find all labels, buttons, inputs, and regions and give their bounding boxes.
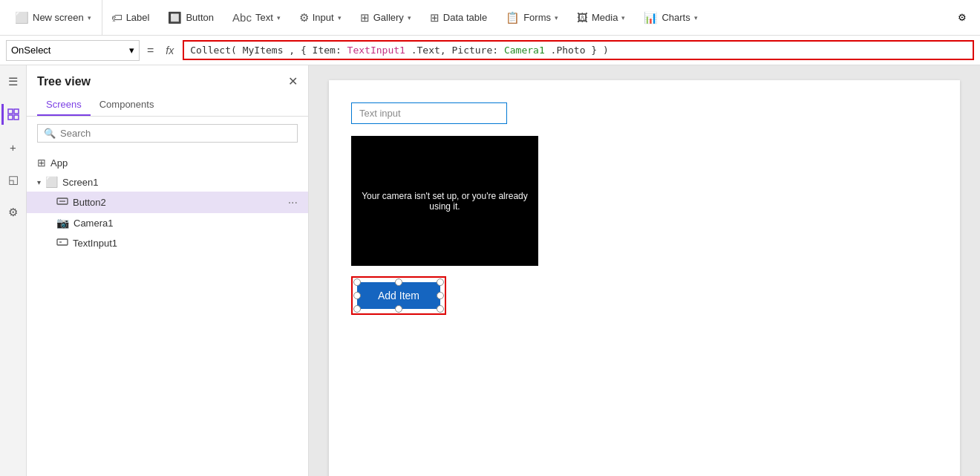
- label-button[interactable]: 🏷 Label: [102, 0, 160, 36]
- data-table-icon: ⊞: [430, 11, 440, 25]
- text-icon: Abc: [232, 11, 252, 24]
- tree-items: ⊞ App ▾ ⬜ Screen1 Button2 ···: [27, 150, 308, 476]
- canvas-button-wrapper: Add Item: [351, 276, 446, 315]
- tree-item-button2[interactable]: Button2 ···: [27, 192, 308, 213]
- media-button[interactable]: 🖼 Media ▾: [568, 0, 635, 36]
- canvas-area[interactable]: Text input Your camera isn't set up, or …: [309, 65, 980, 476]
- toolbar-end: ⚙: [950, 6, 974, 30]
- formula-photo-prop: .Photo } ): [551, 45, 609, 56]
- search-icon: 🔍: [44, 128, 56, 139]
- tab-screens[interactable]: Screens: [37, 94, 91, 116]
- new-screen-button[interactable]: ⬜ New screen ▾: [6, 0, 102, 36]
- gallery-chevron: ▾: [408, 14, 411, 22]
- button2-label: Button2: [73, 197, 284, 208]
- settings-panel-icon-button[interactable]: ⚙: [3, 202, 24, 223]
- property-select-chevron: ▾: [129, 45, 134, 56]
- canvas-button-container: Add Item: [357, 282, 440, 309]
- fx-button[interactable]: fx: [161, 45, 178, 56]
- main-layout: ☰ + ◱ ⚙ Tree view ✕ Screens Components 🔍: [0, 65, 980, 476]
- new-screen-label: New screen: [33, 12, 84, 23]
- text-chevron: ▾: [277, 14, 281, 22]
- formula-text-prop: .Text, Picture:: [411, 45, 504, 56]
- button-icon: 🔲: [168, 11, 182, 25]
- tree-item-textinput1[interactable]: TextInput1: [27, 232, 308, 254]
- canvas-text-input: Text input: [351, 102, 507, 124]
- tree-title: Tree view: [37, 75, 91, 88]
- formula-comma: , { Item:: [289, 45, 347, 56]
- input-icon: ⚙: [299, 11, 309, 25]
- button-button[interactable]: 🔲 Button: [159, 0, 223, 36]
- svg-rect-3: [14, 115, 19, 120]
- tree-item-screen1[interactable]: ▾ ⬜ Screen1: [27, 172, 308, 192]
- svg-rect-1: [14, 109, 19, 114]
- new-screen-chevron: ▾: [88, 14, 91, 22]
- gallery-label: Gallery: [373, 12, 404, 23]
- app-icon: ⊞: [37, 157, 46, 169]
- gallery-icon: ⊞: [360, 11, 370, 25]
- tree-header: Tree view ✕: [27, 65, 308, 94]
- property-select[interactable]: OnSelect ▾: [6, 40, 140, 61]
- forms-button[interactable]: 📋 Forms ▾: [497, 0, 568, 36]
- tree-item-app[interactable]: ⊞ App: [27, 153, 308, 172]
- svg-rect-0: [8, 109, 13, 114]
- app-label: App: [50, 157, 298, 169]
- tree-search-box[interactable]: 🔍: [37, 124, 298, 143]
- charts-button[interactable]: 📊 Charts ▾: [635, 0, 707, 36]
- screen1-icon: ⬜: [45, 176, 58, 188]
- input-button[interactable]: ⚙ Input ▾: [290, 0, 351, 36]
- canvas-camera-message: Your camera isn't set up, or you're alre…: [351, 183, 538, 219]
- canvas-text-input-placeholder: Text input: [359, 108, 401, 119]
- layers-icon-button[interactable]: [1, 104, 22, 125]
- formula-input-box[interactable]: Collect( MyItems , { Item: TextInput1 .T…: [183, 40, 974, 60]
- sidebar-icons: ☰ + ◱ ⚙: [0, 65, 27, 476]
- canvas-add-item-label: Add Item: [378, 290, 419, 301]
- svg-rect-2: [8, 115, 13, 120]
- search-input[interactable]: [60, 128, 291, 139]
- text-button[interactable]: Abc Text ▾: [223, 0, 290, 36]
- tab-components[interactable]: Components: [91, 94, 163, 116]
- formula-camera1: Camera1: [504, 45, 545, 56]
- equals-symbol: =: [144, 44, 157, 57]
- screen1-label: Screen1: [62, 177, 298, 188]
- canvas-frame: Text input Your camera isn't set up, or …: [329, 80, 960, 476]
- input-label: Input: [313, 12, 334, 23]
- tree-panel: Tree view ✕ Screens Components 🔍 ⊞ App ▾…: [27, 65, 309, 476]
- textinput1-icon: [56, 236, 68, 250]
- canvas-add-item-button[interactable]: Add Item: [357, 282, 440, 309]
- tree-item-camera1[interactable]: 📷 Camera1: [27, 213, 308, 232]
- add-icon-button[interactable]: +: [3, 137, 24, 157]
- camera1-label: Camera1: [74, 218, 298, 229]
- data-table-label: Data table: [443, 12, 487, 23]
- tree-tabs: Screens Components: [27, 94, 308, 117]
- tree-close-button[interactable]: ✕: [288, 74, 298, 88]
- canvas-button-selection-border: Add Item: [351, 276, 446, 315]
- label-label: Label: [126, 12, 150, 23]
- text-label: Text: [255, 12, 273, 23]
- button2-more-button[interactable]: ···: [288, 196, 298, 209]
- settings-icon-button[interactable]: ⚙: [950, 6, 974, 30]
- button2-icon: [56, 195, 68, 209]
- forms-icon: 📋: [506, 11, 520, 25]
- canvas-camera-box: Your camera isn't set up, or you're alre…: [351, 136, 538, 266]
- media-chevron: ▾: [621, 14, 625, 22]
- forms-chevron: ▾: [555, 14, 558, 22]
- hamburger-icon-button[interactable]: ☰: [3, 71, 24, 92]
- charts-icon: 📊: [644, 11, 658, 25]
- media-icon: 🖼: [577, 11, 588, 24]
- input-chevron: ▾: [338, 14, 342, 22]
- gallery-button[interactable]: ⊞ Gallery ▾: [351, 0, 421, 36]
- data-table-button[interactable]: ⊞ Data table: [421, 0, 497, 36]
- charts-chevron: ▾: [694, 14, 698, 22]
- property-select-value: OnSelect: [11, 45, 50, 56]
- charts-label: Charts: [662, 12, 690, 23]
- button-label: Button: [186, 12, 214, 23]
- formula-myitems: MyItems: [243, 45, 284, 56]
- component-icon-button[interactable]: ◱: [3, 169, 24, 190]
- media-label: Media: [592, 12, 618, 23]
- camera1-icon: 📷: [56, 217, 69, 229]
- formula-collect: Collect(: [190, 45, 237, 56]
- new-screen-icon: ⬜: [15, 11, 29, 25]
- formula-textinput1: TextInput1: [347, 45, 405, 56]
- label-icon: 🏷: [111, 11, 122, 24]
- screen1-chevron-icon: ▾: [37, 178, 41, 186]
